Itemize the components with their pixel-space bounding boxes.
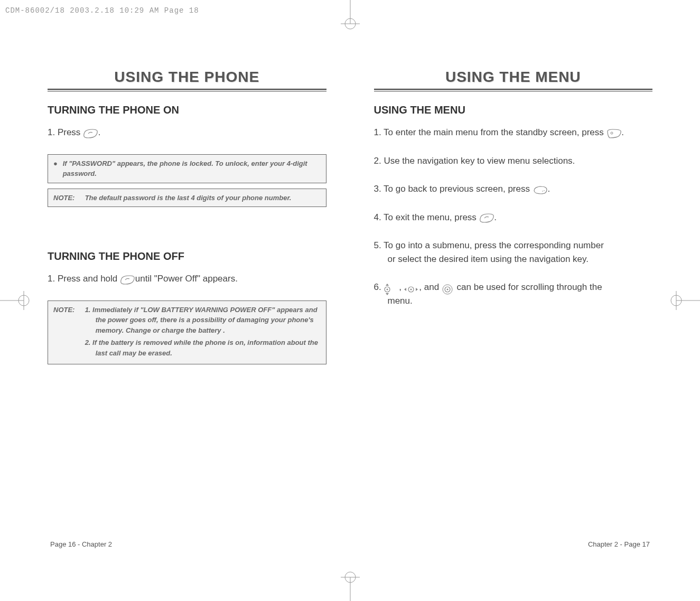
crop-mark-top-icon [334,0,366,32]
svg-point-17 [387,288,388,290]
step-text: 1. Press and hold until "Power Off" appe… [48,272,326,286]
step-text: 5. To go into a submenu, press the corre… [374,239,653,266]
header-document-info: CDM-86002/18 2003.2.18 10:29 AM Page 18 [5,6,199,15]
step-prefix: 1. To enter the main menu from the stand… [374,127,606,137]
step-prefix: 3. To go back to previous screen, press [374,184,533,194]
section-title-off: TURNING THE PHONE OFF [48,250,326,262]
comma: , and [419,282,442,292]
svg-point-12 [611,132,613,134]
bullet-icon: ● [53,158,61,169]
svg-point-25 [446,288,448,290]
note-box-password: ● If "PASSWORD" appears, the phone is lo… [48,154,326,183]
crop-mark-right-icon [668,285,700,316]
footer-right: Chapter 2 - Page 17 [588,540,650,548]
page-title: USING THE PHONE [48,69,326,86]
page-spread: USING THE PHONE TURNING THE PHONE ON 1. … [0,0,700,601]
step-suffix: can be used for scrolling through the [457,282,602,292]
step-prefix: 1. Press [48,127,83,137]
step-text: 6. , , and [374,280,653,307]
svg-marker-19 [404,288,406,291]
step-text: 1. To enter the main menu from the stand… [374,126,653,139]
note-content: 1. Immediately if "LOW BATTERY WARNING P… [85,305,320,361]
svg-point-13 [542,191,543,192]
step-prefix: 4. To exit the menu, press [374,212,479,222]
end-key-icon [120,275,133,284]
right-page: USING THE MENU USING THE MENU 1. To ente… [374,69,653,569]
end-key-icon [479,213,492,222]
nav-left-right-icon [404,284,417,292]
step-suffix: until "Power Off" appears. [135,274,238,284]
section-title-on: TURNING THE PHONE ON [48,104,326,116]
svg-marker-18 [386,293,389,295]
note-label: NOTE: [53,193,83,203]
step-text: 4. To exit the menu, press . [374,211,653,224]
left-page: USING THE PHONE TURNING THE PHONE ON 1. … [48,69,326,569]
svg-point-21 [410,288,412,290]
end-key-icon [83,129,96,137]
step-line-indent: or select the desired item using the nav… [374,252,653,266]
step-text: 3. To go back to previous screen, press … [374,182,653,196]
title-rule [374,89,653,91]
step-line-indent: menu. [374,294,653,308]
soft-key-icon [606,129,619,137]
nav-up-down-icon [384,284,396,292]
svg-point-14 [544,190,545,191]
crop-mark-bottom-icon [334,569,366,601]
note-item: 2. If the battery is removed while the p… [85,337,320,358]
back-key-icon [533,185,545,194]
note-label: NOTE: [53,305,83,315]
footer-left: Page 16 - Chapter 2 [50,540,112,548]
note-box-default-password: NOTE: The default password is the last 4… [48,189,326,208]
crop-mark-left-icon [0,285,32,316]
note-box-battery: NOTE: 1. Immediately if "LOW BATTERY WAR… [48,300,326,365]
step-text: 1. Press . [48,126,326,139]
comma: , [399,282,404,292]
note-text: If "PASSWORD" appears, the phone is lock… [63,158,320,179]
title-rule [48,89,326,91]
svg-marker-22 [416,288,418,291]
page-title: USING THE MENU [374,69,653,86]
note-content: The default password is the last 4 digit… [85,193,320,203]
step-prefix: 1. Press and hold [48,274,120,284]
svg-marker-15 [386,284,389,286]
step-text: 2. Use the navigation key to view menu s… [374,154,653,168]
section-title-menu: USING THE MENU [374,104,653,116]
nav-center-icon [442,284,454,292]
note-item: 1. Immediately if "LOW BATTERY WARNING P… [85,305,320,336]
step-line: 5. To go into a submenu, press the corre… [374,240,604,250]
step-prefix: 6. [374,282,384,292]
